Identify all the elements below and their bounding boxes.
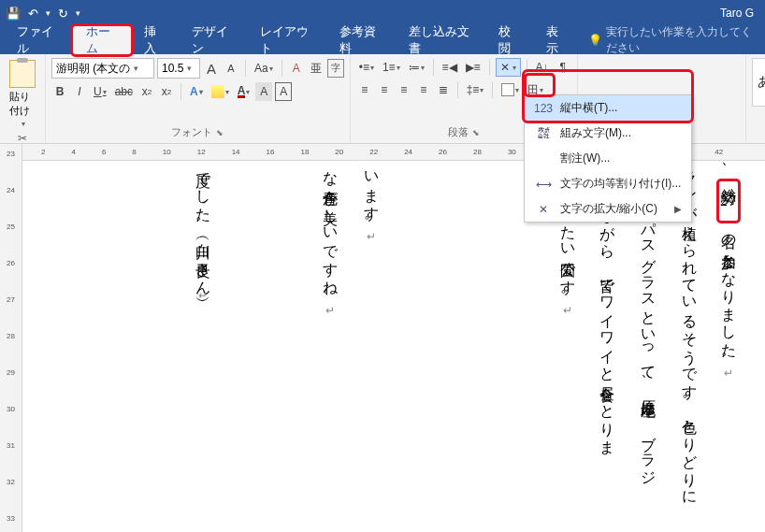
window-title: Taro G (720, 7, 754, 20)
tell-me-search[interactable]: 💡 実行したい作業を入力してください (588, 26, 761, 54)
decrease-indent-button[interactable]: ≡◀ (440, 58, 460, 77)
qat-customize-icon[interactable]: ▾ (76, 8, 80, 18)
increase-indent-button[interactable]: ▶≡ (463, 58, 484, 77)
ribbon-tabs: ファイル ホーム 挿入 デザイン レイアウト 参考資料 差し込み文書 校閲 表示… (0, 26, 765, 54)
undo-dropdown-icon[interactable]: ▾ (46, 8, 51, 18)
bullets-button[interactable]: •≡▾ (356, 58, 377, 77)
font-dialog-launcher-icon[interactable]: ⬊ (216, 128, 224, 137)
tab-home[interactable]: ホーム (73, 26, 131, 54)
menu-item-kumimoji[interactable]: ㍿ 組み文字(M)... (525, 121, 691, 146)
align-center-button[interactable]: ≡ (376, 80, 393, 99)
justify-button[interactable]: ≡ (415, 80, 432, 99)
text-column: います。↵ (352, 161, 391, 244)
grow-font-icon[interactable]: A (203, 59, 220, 78)
tab-insert[interactable]: 挿入 (131, 26, 179, 54)
tab-file[interactable]: ファイル (4, 26, 73, 54)
subscript-button[interactable]: x2 (138, 82, 155, 101)
paste-icon (9, 60, 36, 88)
italic-button[interactable]: I (71, 82, 88, 101)
group-clipboard: 貼り付け ▾ ✂ ⧉ 🖌 クリップボード ⬊ (0, 54, 46, 143)
multilevel-list-button[interactable]: ≔▾ (406, 58, 427, 77)
show-marks-button[interactable]: ¶ (555, 58, 571, 77)
asian-layout-menu: 123 縦中横(T)... ㍿ 組み文字(M)... 割注(W)... ⟷ 文字… (524, 94, 692, 223)
submenu-arrow-icon: ▶ (674, 204, 682, 214)
scale-icon: ✕ (534, 203, 553, 216)
menu-item-tatechuyoko[interactable]: 123 縦中横(T)... (525, 95, 691, 121)
strikethrough-button[interactable]: abc (112, 82, 136, 101)
text-effects-button[interactable]: A▾ (187, 82, 206, 101)
group-paragraph-label: 段落 (448, 125, 469, 139)
text-column: な青色が美しいですね。↵ (310, 161, 350, 318)
bold-button[interactable]: B (51, 82, 68, 101)
tab-layout[interactable]: レイアウト (247, 26, 326, 54)
redo-icon[interactable]: ↻ (58, 7, 68, 21)
numbering-button[interactable]: 1≡▾ (380, 58, 403, 77)
char-border-button[interactable]: A (275, 82, 292, 101)
change-case-button[interactable]: Aa▾ (252, 59, 276, 78)
tcy-icon: 123 (534, 102, 553, 115)
group-font: 游明朝 (本文の▾ 10.5▾ A A Aa▾ A 亜 字 B I U▾ abc… (46, 54, 351, 143)
vertical-ruler[interactable]: 232425 262728 293031 3233 (0, 144, 22, 532)
paragraph-dialog-launcher-icon[interactable]: ⬊ (472, 128, 480, 137)
fit-icon: ⟷ (534, 178, 553, 191)
paste-button[interactable]: 貼り付け ▾ (6, 58, 39, 130)
asian-layout-button[interactable]: ✕▾ (496, 58, 521, 77)
line-spacing-button[interactable]: ‡≡▾ (464, 80, 487, 99)
clear-formatting-icon[interactable]: A (288, 59, 305, 78)
group-styles: あア亜 あア亜 行間詰め スタイル ⬊ (746, 54, 765, 143)
tab-references[interactable]: 参考資料 (326, 26, 396, 54)
underline-button[interactable]: U▾ (91, 82, 109, 101)
kumi-icon: ㍿ (534, 127, 553, 140)
highlight-button[interactable]: ▾ (209, 82, 232, 101)
tab-view[interactable]: 表示 (533, 26, 581, 54)
shrink-font-icon[interactable]: A (223, 59, 239, 78)
font-color-button[interactable]: A▾ (235, 82, 253, 101)
menu-item-char-scale[interactable]: ✕ 文字の拡大/縮小(C) ▶ (525, 196, 691, 222)
tab-design[interactable]: デザイン (179, 26, 248, 54)
group-font-label: フォント (171, 125, 212, 139)
cut-icon[interactable]: ✂ (18, 132, 27, 145)
enclose-char-button[interactable]: 字 (327, 59, 344, 78)
align-left-button[interactable]: ≡ (356, 80, 373, 99)
lightbulb-icon: 💡 (588, 34, 602, 47)
tab-mailings[interactable]: 差し込み文書 (396, 26, 485, 54)
ruby-button[interactable]: 亜 (308, 59, 325, 78)
superscript-button[interactable]: x2 (158, 82, 175, 101)
text-column: 度でした。（白川 良子さん）↵ (183, 161, 223, 303)
save-icon[interactable]: 💾 (6, 7, 21, 21)
text-column: 、総勢27名の参加となりました。↵ (709, 161, 748, 381)
selected-number: 27 (716, 179, 741, 223)
menu-item-warichu[interactable]: 割注(W)... (525, 146, 691, 171)
menu-item-fit-text[interactable]: ⟷ 文字の均等割り付け(I)... (525, 171, 691, 196)
tab-review[interactable]: 校閲 (485, 26, 533, 54)
distribute-button[interactable]: ≣ (435, 80, 452, 99)
font-size-combo[interactable]: 10.5▾ (157, 58, 200, 79)
undo-icon[interactable]: ↶ (28, 7, 38, 21)
title-bar: 💾 ↶ ▾ ↻ ▾ Taro G (0, 0, 765, 26)
style-card-1[interactable]: あア亜 (752, 58, 765, 107)
align-right-button[interactable]: ≡ (396, 80, 412, 99)
quick-access-toolbar: 💾 ↶ ▾ ↻ ▾ (6, 7, 80, 21)
sort-button[interactable]: A↓ (533, 58, 552, 77)
font-name-combo[interactable]: 游明朝 (本文の▾ (51, 58, 154, 79)
shading-button[interactable]: ▾ (498, 80, 522, 99)
char-shading-button[interactable]: A (255, 82, 272, 101)
